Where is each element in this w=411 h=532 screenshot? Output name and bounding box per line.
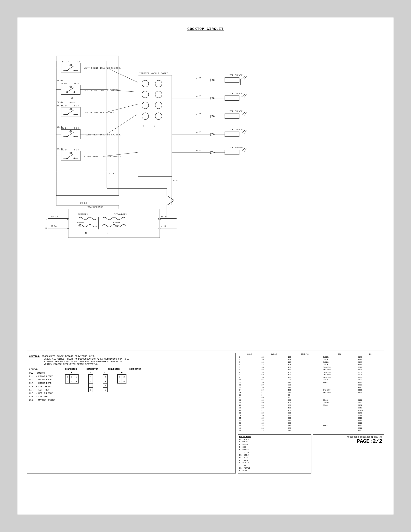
table-cell: 20 [261,404,287,407]
table-cell: 13 [238,386,261,389]
svg-text:SECONDARY: SECONDARY [114,213,127,216]
table-row: 21201253268 [238,407,384,409]
svg-rect-106 [225,132,239,137]
table-row: 2020200SEW-13132 [238,404,384,407]
table-cell: 3268 [357,407,384,409]
table-row: 171060 [238,397,384,399]
table-row: 1420150EXL-1503321 [238,389,384,391]
table-cell: 3321 [357,389,384,391]
svg-text:W-14: W-14 [51,225,57,228]
table-cell: 200 [287,422,322,425]
legend-hs: H.S. - HOT SURFACE [29,392,55,395]
table-cell: 18 [261,366,287,369]
table-cell: 1 [238,356,261,358]
switch3-label: CENTER IGNITER SWITCH. [84,111,116,114]
pin-a-1: 1 [74,375,78,379]
connector-header: CONNECTOR [65,368,77,370]
page: COOKTOP CIRCUIT LEFT FRONT IGNITER SWITC… [17,17,394,515]
table-cell: 5 [238,366,261,369]
svg-text:120VAC: 120VAC [113,221,121,224]
svg-point-40 [74,136,75,137]
part-number: A00980603 (809126601 REV:A) [315,436,382,438]
table-cell: 10 [261,399,287,402]
igniter-module-label: IGNITER MODULE BOARD [139,72,168,75]
table-cell: 10 [261,376,287,379]
table-cell: 200 [287,417,322,419]
table-cell: 12 [261,363,287,366]
svg-text:N: N [85,232,87,235]
table-cell: 3321 [357,369,384,371]
table-cell: 150 [287,376,322,379]
connector-b-label: B [90,371,91,374]
table-cell: 14 [261,419,287,422]
svg-text:BK-14: BK-14 [57,101,64,104]
table-cell [322,427,357,430]
col-gauge: GAUGE [261,353,287,356]
pin-b-3: 3 [88,379,93,383]
svg-point-72 [155,80,162,87]
legend-sw: SW. - SWITCH [29,372,55,375]
legend-rf: R.F. - RIGHT FRONT [29,379,55,382]
svg-line-82 [244,76,246,80]
pin-b-2: 2 [88,383,93,388]
svg-line-151 [107,68,138,83]
svg-text:TOP BURNER: TOP BURNER [230,110,243,113]
table-cell: 3122 [357,379,384,381]
connector-header-c: CONNECTOR [108,368,120,370]
table-cell: 200 [287,391,322,394]
table-cell: 60 [287,397,322,399]
color-code-item: BK.-BLACK [239,438,310,441]
color-code-item: G.-GREEN [239,443,310,446]
table-cell [322,419,357,422]
pin-b-4: 4 [88,375,93,379]
table-row: 518150EXL-1503321 [238,366,384,369]
r14-sw5: R-14 [74,149,79,151]
svg-text:W-14: W-14 [173,180,178,182]
svg-line-4 [67,66,74,70]
table-row: 12202503252 [238,384,384,386]
table-cell: 11 [238,381,261,384]
color-code-box: COLOR CODE BK.-BLACKW.-WHITEG.-GREENR.-R… [238,434,312,474]
table-cell: 17 [238,397,261,399]
svg-point-15 [66,91,68,93]
table-cell: 200 [287,414,322,417]
table-cell: 3512 [357,422,384,425]
table-cell: 18 [238,399,261,402]
svg-text:BK-14: BK-14 [51,216,58,218]
table-cell: 3331 [357,371,384,374]
table-cell: 3512 [357,419,384,422]
connector-a-label: A [71,371,72,374]
table-cell: 41 [238,427,261,430]
table-cell: 14 [261,361,287,364]
table-cell: CL1261 [322,361,357,364]
table-cell: 38 [238,422,261,425]
table-row: 3914200SEW-13122 [238,424,384,427]
table-cell: 8 [238,374,261,376]
svg-point-6 [74,70,75,71]
table-cell: 3573 [357,412,384,415]
svg-text:BK-14: BK-14 [57,148,64,150]
svg-marker-88 [210,97,215,99]
svg-point-28 [74,114,75,115]
svg-line-116 [244,149,246,152]
color-code-item: GY.-GREY [239,459,310,462]
table-cell: 20 [261,384,287,386]
table-cell [322,417,357,419]
table-cell: 125 [287,361,322,364]
svg-line-38 [67,132,74,137]
table-cell: 200 [287,412,322,415]
bottom-section: CAUTION: DISCONNECT POWER BEFORE SERVICI… [27,353,384,474]
table-row: 216125CL12513173 [238,358,384,361]
part-number-box: A00980603 (809126601 REV:A) PAGE:2/2 [313,434,384,446]
caution-line2: LABEL ALL WIRES PRIOR TO DISCONNECTION W… [44,358,131,360]
svg-text:W-23: W-23 [196,95,201,98]
svg-text:BK-14: BK-14 [161,216,168,218]
table-cell: 3 [238,361,261,364]
svg-marker-112 [210,151,215,153]
table-row: 158200EXL-1503321 [238,391,384,394]
connector-c: C 4 3 2 1 [103,371,108,392]
table-cell: 12 [238,384,261,386]
pin-a-6: 6 [65,379,70,383]
table-cell: EXL-150 [322,376,357,379]
table-cell: 19 [238,402,261,404]
